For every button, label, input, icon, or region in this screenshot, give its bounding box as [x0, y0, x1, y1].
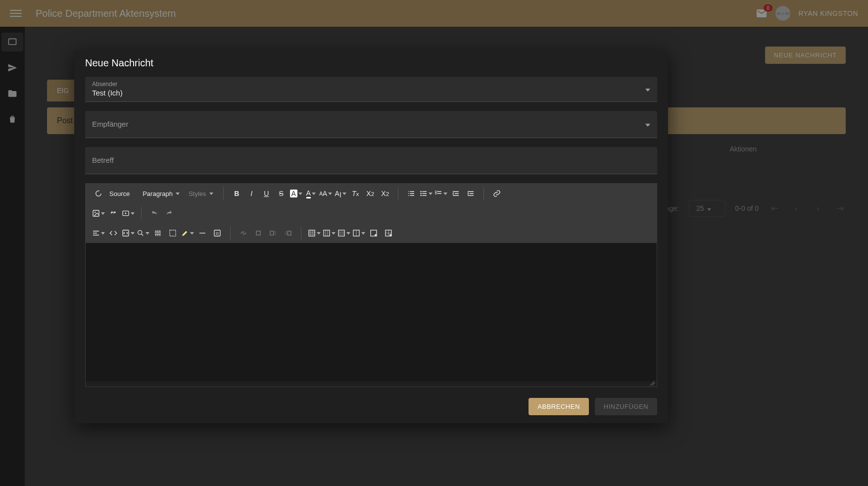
sender-value: Test (Ich) — [92, 89, 123, 97]
heading-select[interactable]: Paragraph — [139, 187, 184, 200]
recipient-placeholder: Empfänger — [92, 120, 128, 128]
svg-text:Ω: Ω — [216, 231, 219, 236]
page-break-icon[interactable] — [151, 226, 165, 240]
outdent-icon[interactable] — [449, 187, 463, 200]
code-icon[interactable] — [106, 226, 120, 240]
strike-icon[interactable]: S — [274, 187, 288, 200]
editor-body[interactable] — [86, 243, 657, 382]
bold-icon[interactable]: B — [230, 187, 243, 200]
list-ordered-icon[interactable] — [404, 187, 418, 200]
horizontal-rule-icon[interactable] — [195, 226, 209, 240]
image-icon[interactable] — [92, 206, 105, 220]
list-unordered-icon[interactable] — [419, 187, 433, 200]
clear-format-icon[interactable]: Tx — [348, 187, 362, 200]
modal-title: Neue Nachricht — [85, 57, 657, 69]
svg-rect-16 — [288, 231, 291, 235]
image-right-icon[interactable] — [281, 226, 295, 240]
redo-icon[interactable] — [162, 206, 176, 220]
image-inline-icon[interactable] — [251, 226, 265, 240]
svg-rect-18 — [324, 230, 330, 236]
sender-label: Absender — [92, 81, 650, 88]
font-case-icon[interactable]: Aꞁ — [334, 187, 347, 200]
svg-point-3 — [421, 195, 422, 196]
table-merge-icon[interactable] — [352, 226, 366, 240]
undo-icon[interactable] — [147, 206, 161, 220]
svg-rect-6 — [93, 210, 99, 216]
table-props-icon[interactable] — [367, 226, 381, 240]
align-icon[interactable] — [92, 226, 105, 240]
svg-rect-17 — [309, 230, 315, 236]
svg-point-10 — [138, 231, 142, 235]
svg-rect-4 — [435, 191, 437, 193]
svg-point-2 — [421, 193, 422, 194]
styles-select[interactable]: Styles — [185, 187, 217, 200]
italic-icon[interactable]: I — [244, 187, 258, 200]
rich-text-editor: Source Paragraph Styles B I U S A A AA A… — [85, 183, 657, 387]
subject-input[interactable] — [92, 156, 650, 164]
svg-rect-14 — [256, 231, 260, 235]
link-icon[interactable] — [490, 187, 504, 200]
svg-point-22 — [375, 234, 377, 236]
image-left-icon[interactable] — [266, 226, 280, 240]
indent-icon[interactable] — [464, 187, 478, 200]
font-bg-icon[interactable]: A — [289, 187, 303, 200]
table-col-icon[interactable] — [322, 226, 336, 240]
blockquote-icon[interactable] — [106, 206, 120, 220]
select-all-icon[interactable] — [166, 226, 180, 240]
sender-select[interactable]: Absender Test (Ich) — [85, 77, 657, 102]
table-row-icon[interactable] — [337, 226, 351, 240]
resize-handle[interactable] — [86, 382, 657, 387]
svg-rect-5 — [435, 193, 437, 194]
table-cell-props-icon[interactable] — [382, 226, 395, 240]
chevron-down-icon — [645, 85, 650, 94]
chevron-down-icon — [645, 120, 650, 129]
subject-field-wrap — [85, 147, 657, 174]
new-message-modal: Neue Nachricht Absender Test (Ich) Empfä… — [74, 49, 668, 423]
svg-rect-15 — [270, 231, 274, 235]
superscript-icon[interactable]: X2 — [378, 187, 392, 200]
table-icon[interactable] — [307, 226, 321, 240]
svg-rect-11 — [170, 230, 176, 236]
source-label[interactable]: Source — [106, 190, 133, 197]
subscript-icon[interactable]: X2 — [363, 187, 377, 200]
submit-button[interactable]: HINZUFÜGEN — [595, 398, 657, 415]
recipient-select[interactable]: Empfänger — [85, 111, 657, 138]
svg-rect-19 — [338, 230, 344, 236]
highlight-icon[interactable] — [181, 226, 194, 240]
font-color-icon[interactable]: A — [304, 187, 318, 200]
find-replace-icon[interactable] — [136, 226, 150, 240]
media-icon[interactable] — [121, 206, 135, 220]
svg-point-24 — [389, 234, 391, 236]
svg-point-1 — [421, 191, 422, 193]
font-size-icon[interactable]: AA — [319, 187, 333, 200]
svg-point-7 — [95, 212, 96, 213]
underline-icon[interactable]: U — [259, 187, 273, 200]
editor-toolbar: Source Paragraph Styles B I U S A A AA A… — [86, 184, 657, 243]
todo-list-icon[interactable] — [434, 187, 448, 200]
special-char-icon[interactable]: Ω — [210, 226, 224, 240]
unlink-icon[interactable] — [237, 226, 250, 240]
cancel-button[interactable]: ABBRECHEN — [529, 398, 588, 415]
codeblock-icon[interactable] — [121, 226, 135, 240]
source-toggle-icon[interactable] — [92, 187, 105, 200]
